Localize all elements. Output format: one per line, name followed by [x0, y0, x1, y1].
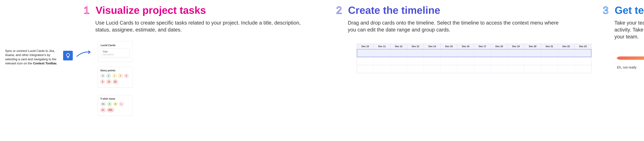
story-point-pill[interactable]: 3	[118, 74, 123, 78]
timeline-cell[interactable]	[574, 65, 591, 73]
timeline-cell[interactable]	[440, 49, 457, 57]
timeline-cell[interactable]	[541, 49, 558, 57]
timeline-date-header: Dec 23	[574, 44, 591, 49]
timeline-header-row: Dec 10Dec 11Dec 12Dec 13Dec 14Dec 15Dec …	[357, 44, 591, 49]
timeline-cell[interactable]	[558, 57, 574, 65]
timeline-cell[interactable]	[541, 65, 558, 73]
story-point-pill[interactable]: 21	[113, 79, 118, 84]
timeline-cell[interactable]	[558, 65, 574, 73]
alignment-activity: How feasible is this timeline? Eh, not r…	[616, 44, 644, 69]
timeline-row-selected[interactable]	[357, 49, 591, 57]
tshirt-pill[interactable]: L	[119, 102, 124, 106]
tshirt-pill[interactable]: XL	[100, 108, 106, 112]
timeline-row[interactable]	[357, 57, 591, 65]
timeline-cell[interactable]	[424, 65, 440, 73]
slider-arrow-icon	[616, 56, 619, 60]
timeline-cell[interactable]	[357, 65, 374, 73]
timeline-cell[interactable]	[407, 65, 424, 73]
lucid-cards-panel[interactable]: Lucid Cards Title Description	[98, 41, 133, 62]
timeline-cell[interactable]	[508, 65, 524, 73]
story-points-panel[interactable]: Story points .5123581321	[98, 67, 133, 88]
slider-labels: Eh, not really Sort of I feel this!	[617, 65, 644, 69]
step2-number: 2	[336, 5, 342, 15]
timeline-cell[interactable]	[390, 57, 407, 65]
timeline-date-header: Dec 19	[508, 44, 524, 49]
timeline-cell[interactable]	[474, 49, 491, 57]
step3-title: Get team alignment	[615, 5, 644, 15]
tshirt-sizes-panel[interactable]: T-shirt sizes XSSMLXLXXL	[98, 95, 133, 116]
timeline-cell[interactable]	[491, 49, 508, 57]
timeline-cell[interactable]	[491, 57, 508, 65]
timeline-date-header: Dec 14	[424, 44, 440, 49]
lightbulb-icon	[63, 51, 73, 60]
timeline-row[interactable]	[357, 65, 591, 73]
timeline-cell[interactable]	[407, 49, 424, 57]
timeline-cell[interactable]	[574, 57, 591, 65]
timeline-cell[interactable]	[541, 57, 558, 65]
timeline-cell[interactable]	[390, 65, 407, 73]
sync-tip-text: Sync or connect Lucid Cards to Jira, Asa…	[5, 49, 60, 66]
step3-description: Take your team's opinion about the timel…	[614, 19, 644, 40]
timeline-cell[interactable]	[524, 65, 541, 73]
timeline-cell[interactable]	[574, 49, 591, 57]
timeline-cell[interactable]	[374, 65, 390, 73]
timeline-date-header: Dec 15	[440, 44, 457, 49]
timeline-cell[interactable]	[474, 65, 491, 73]
timeline-cell[interactable]	[374, 49, 390, 57]
step1-description: Use Lucid Cards to create specific tasks…	[95, 19, 308, 33]
timeline-cell[interactable]	[407, 57, 424, 65]
timeline-cell[interactable]	[424, 57, 440, 65]
tshirt-pill[interactable]: XS	[100, 102, 106, 106]
tshirt-pills: XSSMLXLXXL	[100, 102, 130, 112]
step2-description: Drag and drop cards onto the timeline. S…	[348, 19, 560, 33]
timeline-cell[interactable]	[524, 49, 541, 57]
timeline-cell[interactable]	[491, 65, 508, 73]
step1-title: Visualize project tasks	[96, 5, 206, 15]
story-point-pill[interactable]: 5	[124, 74, 129, 78]
alignment-slider[interactable]	[618, 56, 644, 62]
timeline-grid[interactable]: Dec 10Dec 11Dec 12Dec 13Dec 14Dec 15Dec …	[357, 44, 592, 73]
timeline-cell[interactable]	[424, 49, 440, 57]
lucid-cards-header: Lucid Cards	[100, 44, 130, 47]
timeline-cell[interactable]	[457, 49, 474, 57]
timeline-date-header: Dec 13	[407, 44, 424, 49]
timeline-cell[interactable]	[440, 57, 457, 65]
story-point-pill[interactable]: 8	[100, 79, 105, 84]
story-point-pill[interactable]: .5	[100, 74, 105, 78]
timeline-date-header: Dec 17	[474, 44, 491, 49]
timeline-date-header: Dec 21	[541, 44, 558, 49]
timeline-date-header: Dec 22	[558, 44, 574, 49]
step2-title: Create the timeline	[348, 5, 440, 15]
step3-number: 3	[603, 5, 608, 15]
card-template[interactable]: Title Description	[100, 49, 130, 58]
timeline-cell[interactable]	[524, 57, 541, 65]
timeline-date-header: Dec 11	[374, 44, 390, 49]
timeline-date-header: Dec 12	[390, 44, 407, 49]
step1-number: 1	[84, 5, 90, 15]
slider-track[interactable]	[618, 56, 644, 60]
story-point-pill[interactable]: 2	[112, 74, 117, 78]
timeline-date-header: Dec 16	[457, 44, 474, 49]
timeline-cell[interactable]	[440, 65, 457, 73]
story-point-pill[interactable]: 13	[106, 79, 112, 84]
timeline-cell[interactable]	[508, 49, 524, 57]
card-desc-placeholder: Description	[102, 53, 128, 56]
story-point-pill[interactable]: 1	[106, 74, 111, 78]
timeline-cell[interactable]	[508, 57, 524, 65]
alignment-question: How feasible is this timeline?	[616, 44, 644, 49]
timeline-cell[interactable]	[457, 57, 474, 65]
tshirt-pill[interactable]: M	[113, 102, 118, 106]
tshirt-pill[interactable]: XXL	[107, 108, 114, 112]
tshirt-pill[interactable]: S	[107, 102, 112, 106]
timeline-cell[interactable]	[357, 49, 374, 57]
timeline-cell[interactable]	[390, 49, 407, 57]
timeline-date-header: Dec 20	[524, 44, 541, 49]
timeline-cell[interactable]	[357, 57, 374, 65]
timeline-cell[interactable]	[474, 57, 491, 65]
timeline-cell[interactable]	[374, 57, 390, 65]
timeline-cell[interactable]	[558, 49, 574, 57]
sync-tip-bold: Context Toolbar.	[33, 62, 57, 65]
timeline-cell[interactable]	[457, 65, 474, 73]
arrow-icon	[76, 50, 92, 58]
story-points-header: Story points	[100, 69, 130, 72]
